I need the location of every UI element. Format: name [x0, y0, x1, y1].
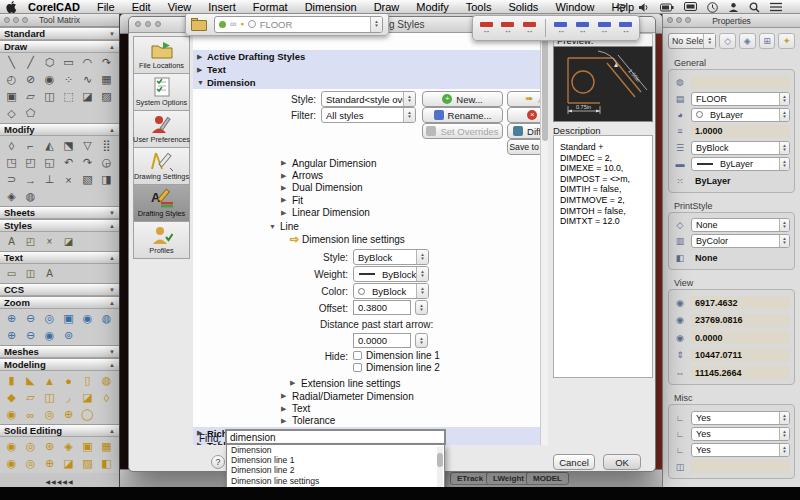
tool-icon[interactable]: ▯ — [78, 372, 97, 389]
property-select[interactable]: ByLayer▲▼ — [691, 108, 790, 122]
active-layer-select[interactable]: ∞ ▪ FLOOR ▲▼ — [214, 16, 383, 33]
checkbox[interactable] — [353, 363, 362, 372]
tool-icon[interactable]: ◣ — [21, 372, 40, 389]
tool-icon[interactable]: ▨ — [78, 455, 97, 472]
properties-filter-icon[interactable]: ✦ — [778, 33, 795, 49]
tool-icon[interactable]: ◎ — [21, 438, 40, 455]
tool-icon[interactable]: ◫ — [21, 265, 40, 282]
window-controls[interactable] — [667, 17, 691, 23]
tool-icon[interactable]: ◍ — [97, 310, 116, 327]
offset-stepper[interactable]: ▲▼ — [415, 300, 428, 315]
section-toggle-icon[interactable]: ▼ — [109, 349, 115, 355]
menu-item-corelcad[interactable]: CorelCAD — [28, 1, 80, 13]
ok-button[interactable]: OK — [603, 454, 641, 470]
tool-icon[interactable]: ◞ — [59, 389, 78, 406]
tool-icon[interactable]: ◉ — [2, 455, 21, 472]
tool-icon[interactable]: ◎ — [21, 455, 40, 472]
section-header-solid-editing[interactable]: Solid Editing▲ — [0, 424, 119, 437]
tree-row-active-drafting-styles[interactable]: ▶ Active Drafting Styles — [193, 50, 540, 63]
angular-dimension-icon[interactable]: ↔ — [521, 21, 538, 36]
tool-icon[interactable]: ◰ — [21, 154, 40, 171]
baseline-dimension-icon[interactable]: ↔ — [574, 21, 591, 36]
aligned-dimension-icon[interactable]: ↔ — [500, 21, 517, 36]
tool-icon[interactable]: ◧ — [97, 455, 116, 472]
find-input[interactable] — [225, 429, 446, 445]
tool-icon[interactable]: ⌐ — [21, 137, 40, 154]
tool-icon[interactable]: ◉ — [2, 438, 21, 455]
cancel-button[interactable]: Cancel — [553, 454, 595, 470]
section-header-meshes[interactable]: Meshes▼ — [0, 345, 119, 358]
tool-icon[interactable]: ▦ — [97, 438, 116, 455]
menu-item-file[interactable]: File — [97, 1, 115, 13]
line-style-select[interactable]: ByBlock▲▼ — [353, 249, 429, 265]
property-value-field[interactable]: 11145.2664 — [691, 366, 790, 379]
tool-icon[interactable]: ⊥ — [40, 171, 59, 188]
help-button[interactable]: ? — [211, 455, 225, 469]
tool-icon[interactable]: ▧ — [78, 171, 97, 188]
tool-icon[interactable]: ● — [59, 372, 78, 389]
tool-icon[interactable]: ◨ — [97, 171, 116, 188]
tool-icon[interactable]: → — [21, 171, 40, 188]
suggestion-item[interactable]: Dimension line 2 — [227, 465, 444, 475]
tool-icon[interactable]: ◫ — [40, 88, 59, 105]
set-overrides-button[interactable]: Set Overrides — [422, 123, 503, 139]
checkbox[interactable] — [353, 351, 362, 360]
tree-row-extension-line-settings[interactable]: ▶ Extension line settings — [290, 377, 401, 389]
section-header-text[interactable]: Text▲ — [0, 251, 119, 264]
property-select[interactable]: Yes▲▼ — [691, 443, 790, 457]
tool-icon[interactable]: ◎ — [40, 310, 59, 327]
new-button[interactable]: +New... — [422, 91, 503, 107]
tool-icon[interactable]: ◳ — [2, 154, 21, 171]
tool-icon[interactable]: ⊃ — [2, 171, 21, 188]
tree-row-linear-dimension[interactable]: ▶Linear Dimension — [281, 207, 377, 219]
tool-icon[interactable]: ◠ — [78, 54, 97, 71]
tool-icon[interactable]: ◰ — [21, 233, 40, 250]
dialog-scrollbar[interactable] — [540, 33, 548, 445]
property-select[interactable]: ByLayer▲▼ — [691, 157, 790, 171]
sidebar-item-user-preferences[interactable]: User Preferences — [133, 110, 190, 148]
wifi-icon[interactable] — [615, 2, 628, 13]
suggestion-item[interactable]: Dimension line 1 — [227, 455, 444, 465]
tree-row-text[interactable]: ▶ Text — [193, 63, 540, 76]
status-button-lweight[interactable]: LWeight — [486, 472, 531, 485]
tree-row-dimension-line-settings[interactable]: ⇨ Dimension line settings — [290, 233, 405, 245]
linear-dimension-icon[interactable]: ↔ — [553, 21, 570, 36]
quick-select-icon[interactable]: ⊞ — [759, 33, 776, 49]
section-toggle-icon[interactable]: ▲ — [109, 44, 115, 50]
offset-input[interactable]: 0.3800 — [353, 300, 411, 315]
suggestion-item[interactable]: Dimension line settings — [227, 476, 444, 486]
tool-icon[interactable]: ◉ — [2, 406, 21, 423]
section-header-sheets[interactable]: Sheets▼ — [0, 206, 119, 219]
status-button-etrack[interactable]: ETrack — [450, 472, 490, 485]
line-color-select[interactable]: ByBlock▲▼ — [353, 283, 429, 299]
section-toggle-icon[interactable]: ▼ — [109, 31, 115, 37]
tool-icon[interactable]: ◪ — [78, 389, 97, 406]
sidebar-item-profiles[interactable]: Profiles — [133, 221, 190, 259]
property-select[interactable]: None▲▼ — [691, 218, 790, 232]
section-header-ccs[interactable]: CCS▼ — [0, 283, 119, 296]
section-toggle-icon[interactable]: ▲ — [109, 428, 115, 434]
sidebar-item-drafting-styles[interactable]: ADrafting Styles — [133, 184, 190, 222]
tool-icon[interactable]: ▱ — [21, 389, 40, 406]
tool-icon[interactable]: ╲ — [2, 54, 21, 71]
tool-icon[interactable]: ◪ — [59, 455, 78, 472]
tree-row-line[interactable]: ▼ Line — [269, 220, 299, 232]
section-toggle-icon[interactable]: ▼ — [109, 287, 115, 293]
tool-icon[interactable]: ⊖ — [21, 327, 40, 344]
tool-icon[interactable]: ◍ — [21, 188, 40, 205]
section-header-standard[interactable]: Standard▼ — [0, 27, 119, 40]
tool-icon[interactable]: ◊ — [97, 389, 116, 406]
property-select[interactable]: Yes▲▼ — [691, 427, 790, 441]
tool-icon[interactable]: A — [2, 233, 21, 250]
differences-button[interactable]: Differences... — [507, 123, 540, 139]
tool-icon[interactable]: ◈ — [59, 438, 78, 455]
menu-item-view[interactable]: View — [168, 1, 192, 13]
sidebar-item-drawing-settings[interactable]: Drawing Settings — [133, 147, 190, 185]
tool-icon[interactable]: ∿ — [78, 71, 97, 88]
tool-icon[interactable]: ⊚ — [59, 327, 78, 344]
distance-stepper[interactable]: ▲▼ — [415, 333, 428, 348]
tool-icon[interactable]: ▨ — [97, 88, 116, 105]
suggestion-item[interactable]: Dimension — [227, 445, 444, 455]
window-controls[interactable] — [4, 17, 28, 23]
line-weight-select[interactable]: ByBlock▲▼ — [353, 266, 429, 282]
